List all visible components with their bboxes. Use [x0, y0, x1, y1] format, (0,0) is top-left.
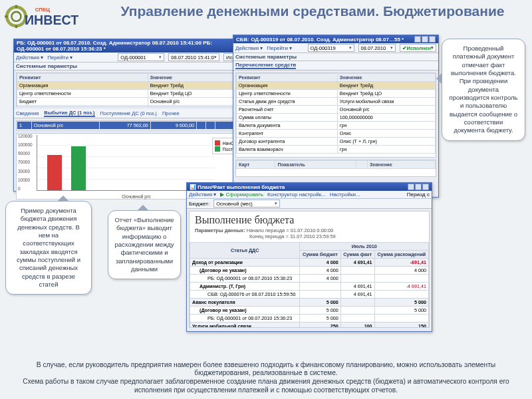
- system-params-label: Системные параметры: [16, 63, 77, 69]
- actions-menu[interactable]: Действия ▾: [235, 45, 263, 51]
- doc-code-field[interactable]: ОД-000001: [118, 53, 164, 61]
- svg-point-0: [7, 7, 25, 26]
- svg-text:СПЕЦ: СПЕЦ: [35, 7, 51, 13]
- callout-report: Отчет «Выполнение бюджета» выводит инфор…: [108, 210, 181, 279]
- table-row: Доход от реализации4 0004 691,41-691,41: [190, 259, 429, 267]
- titlebar[interactable]: 📊 План/Факт выполнения бюджета: [187, 183, 432, 191]
- go-menu[interactable]: Перейти ▾: [47, 55, 72, 61]
- table-row: Расчетный счетОсновной р/с: [237, 106, 436, 114]
- params-pane: РеквизитЗначение ОрганизацияВенднит Трей…: [235, 72, 436, 158]
- table-row: Статья движ ден средствУслуги мобильной …: [237, 98, 436, 106]
- bottom-paragraph: В случае, если руководитель предприятия …: [8, 361, 524, 395]
- params-pane: РеквизитЗначение ОрганизацияВенднит Трей…: [16, 72, 257, 107]
- grid-pane: 1 Основной р/с 77 562,00 9 600,00 86 00.…: [16, 120, 257, 131]
- logo: СПЕЦ ИНВЕСТ: [4, 4, 89, 35]
- table-row: РБ: ОД-000001 от 08.07.2010 15:36:235 00…: [190, 315, 429, 323]
- doc-date-field[interactable]: 08.07.2010 15:41:0: [168, 53, 219, 61]
- table-row: Валюта документагрн: [237, 122, 436, 130]
- window-title: СБВ: ОД-000319 от 08.07.2010. Созд. Адми…: [236, 37, 404, 43]
- table-row: КонтрагентОлис: [237, 130, 436, 138]
- titlebar[interactable]: СБВ: ОД-000319 от 08.07.2010. Созд. Адми…: [233, 35, 438, 43]
- go-menu[interactable]: Перейти ▾: [267, 45, 292, 51]
- chart-bar: [47, 155, 62, 190]
- constructor-button[interactable]: Конструктор настройк...: [267, 192, 326, 198]
- tab-transfer[interactable]: Перечисление средств: [235, 62, 296, 69]
- titlebar[interactable]: РБ: ОД-000001 от 08.07.2010. Созд. Админ…: [14, 39, 259, 53]
- report-body: Выполнение бюджета Параметры данных: Нач…: [189, 211, 430, 328]
- settings-button[interactable]: Настройки...: [330, 192, 360, 198]
- table-row: СБВ: ОД-000076 от 08.07.2010 15:59:504 6…: [190, 291, 429, 299]
- table-row: ОрганизацияВенднит Трейд: [237, 82, 436, 90]
- callout-payment: Проведенный платежный документ отмечает …: [442, 39, 525, 141]
- stub-pane: Карт Показатель Значение: [235, 160, 436, 177]
- window-title: РБ: ОД-000001 от 08.07.2010. Созд. Админ…: [17, 40, 235, 52]
- budget-label: Бюджет:: [189, 201, 209, 207]
- status[interactable]: ✔ Исполнен: [400, 44, 436, 52]
- tab-prochee[interactable]: Прочее: [162, 110, 180, 116]
- tab-vybytie[interactable]: Выбытие ДС (1 поз.): [44, 110, 94, 117]
- actions-menu[interactable]: Действия ▾: [189, 192, 216, 198]
- window-controls[interactable]: [414, 36, 436, 43]
- table-row: (Договор не указан)4 0004 000: [190, 267, 429, 275]
- table-row: Услуги мобильной связи250100150: [190, 323, 429, 329]
- svg-rect-4: [5, 15, 8, 17]
- svg-point-1: [11, 12, 21, 21]
- doc-code[interactable]: ОД-000319: [308, 44, 354, 52]
- table-row: РБ: ОД-000001 от 08.07.2010 15:36:234 00…: [190, 275, 429, 283]
- callout-doc: Пример документа бюджета движения денежн…: [5, 201, 92, 295]
- chart-bar: [71, 146, 86, 190]
- actions-menu[interactable]: Действия ▾: [16, 55, 43, 61]
- tab-svedeniya[interactable]: Сведения: [16, 110, 39, 116]
- svg-text:ИНВЕСТ: ИНВЕСТ: [25, 13, 78, 27]
- doc-date[interactable]: 08.07.2010: [358, 44, 396, 52]
- window-report: 📊 План/Факт выполнения бюджета Действия …: [186, 182, 432, 332]
- tab-postupl[interactable]: Поступление ДС (0 поз.): [100, 110, 157, 116]
- window-budget-doc: РБ: ОД-000001 от 08.07.2010. Созд. Админ…: [13, 39, 259, 192]
- page-title: Управление денежными средствами. Бюджети…: [100, 3, 525, 20]
- table-row: Аванс покупателя5 0005 000: [190, 299, 429, 307]
- period-label: Период с: [407, 192, 430, 198]
- report-heading: Выполнение бюджета: [195, 214, 424, 226]
- window-title: 📊 План/Факт выполнения бюджета: [190, 184, 285, 190]
- table-row: Договор контрагентаОлис (Т + Л, грн): [237, 138, 436, 146]
- window-payment: СБВ: ОД-000319 от 08.07.2010. Созд. Адми…: [233, 35, 439, 198]
- make-button[interactable]: ▶ Сформировать: [220, 192, 263, 198]
- table-row: (Договор не указан)5 0005 000: [190, 307, 429, 315]
- window-controls[interactable]: [408, 184, 429, 190]
- table-row: Центр ответственностиВенднит Трейд ЦО: [237, 90, 436, 98]
- budget-select[interactable]: Основной (мес): [213, 200, 280, 207]
- system-params-label: Системные параметры: [235, 54, 297, 60]
- svg-rect-2: [15, 5, 17, 9]
- svg-rect-3: [15, 25, 17, 28]
- table-row: Сумма оплаты100,000000000: [237, 114, 436, 122]
- table-row: Администр. (Т, Грн)4 691,41-4 691,41: [190, 283, 429, 291]
- table-row: Валюта взаиморасчгрн: [237, 146, 436, 154]
